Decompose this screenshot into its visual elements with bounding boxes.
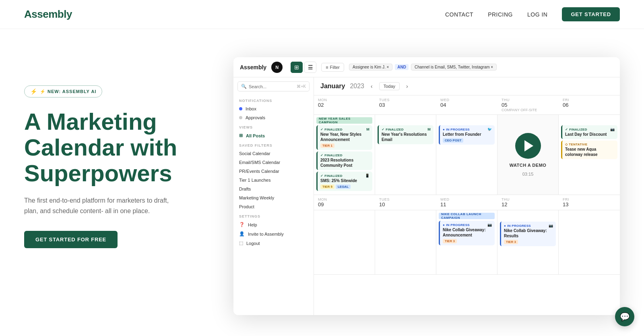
card-nye-email[interactable]: ✓FINALIZEDM New Year's Resolutions Email [378,125,433,144]
hero-cta-button[interactable]: GET STARTED FOR FREE [24,231,118,248]
card-tag-legal: LEGAL [336,185,351,189]
sidebar-item-pr-events[interactable]: PR/Events Calendar [233,167,314,176]
filter-icon: ≡ [326,65,328,70]
bolt-icon: ⚡ [30,88,37,95]
card-title-wed: Letter from Founder [443,132,492,137]
sidebar-item-logout[interactable]: ⬚ Logout [233,239,314,248]
day-name-fri: FRI [563,98,616,102]
settings-label: SETTINGS [233,211,314,220]
app-topbar: Assembly N ⊞ ☰ ≡ Filter Assignee is Kim … [233,57,620,77]
views-label: VIEWS [233,122,314,131]
calendar-view-icon[interactable]: ⊞ [291,62,303,73]
week2-header: MON 09 TUES 10 WED 11 THU [314,195,620,210]
get-started-button[interactable]: GET STARTED [562,7,620,21]
list-view-icon[interactable]: ☰ [304,62,316,73]
card-title: New Year, New Styles Announcement [320,132,369,142]
sidebar-item-drafts[interactable]: Drafts [233,185,314,193]
card-status-fin-tue: ✓FINALIZEDM [382,127,431,131]
sidebar-item-social[interactable]: Social Calendar [233,149,314,158]
card-status-ip-w2-thu: ●IN PROGRESS📷 [504,224,553,228]
notifications-label: NOTIFICATIONS [233,95,314,104]
invite-icon: 👤 [239,231,245,236]
sidebar-item-help[interactable]: ❓ Help [233,220,314,229]
day-num-11: 11 [440,201,493,207]
cell-tue-03: ✓FINALIZEDM New Year's Resolutions Email [375,115,436,195]
logout-icon: ⬚ [239,241,243,246]
approvals-dot [239,116,242,119]
watch-demo-overlay[interactable]: WATCH A DEMO 03:15 [500,117,556,192]
calendar-header: January 2023 ‹ Today › [314,77,620,95]
prev-month-button[interactable]: ‹ [369,82,374,90]
cell-fri-06: ✓FINALIZED📷 Last Day for Discount ◇TENTA… [559,115,620,195]
card-tag-tier3-thu: TIER 3 [504,240,518,244]
card-title-w2-thu: Nike Collab Giveaway: Results [504,228,553,239]
sidebar-item-inbox[interactable]: Inbox [233,104,314,113]
day-num-13: 13 [563,201,616,207]
nav-contact[interactable]: CONTACT [445,11,473,18]
card-tag-tier5: TIER 5 [320,185,334,189]
day-num-09: 09 [318,201,371,207]
day-num-05: 05 [502,102,555,108]
sidebar-item-invite[interactable]: 👤 Invite to Assembly [233,229,314,239]
cell-wed-11: NIKE COLLAB LAUNCH CAMPAIGN ●IN PROGRESS… [436,210,497,274]
logo[interactable]: Assembly [24,8,72,21]
day-num-02: 02 [318,102,371,108]
card-tease-aqua[interactable]: ◇TENTATIVE Tease new Aqua colorway relea… [561,141,617,159]
card-title3: SMS: 25% Sitewide [320,178,369,183]
card-tag-ceo: CEO POST [443,138,463,143]
play-triangle-icon [524,140,533,151]
card-status-tent-fri: ◇TENTATIVE [565,143,615,146]
day-num-03: 03 [379,102,432,108]
card-title-fri2: Tease new Aqua colorway release [565,147,615,157]
card-title-tue: New Year's Resolutions Email [382,132,431,142]
new-year-campaign-bar: NEW YEAR SALES CAMPAIGN [316,117,372,124]
next-month-button[interactable]: › [405,82,410,90]
all-posts-icon: ⊞ [239,133,243,138]
app-logo-label: Assembly [240,64,266,71]
saved-filters-label: SAVED FILTERS [233,140,314,149]
card-resolutions-post[interactable]: ✓FINALIZED 2023 Resolutions Community Po… [316,151,372,170]
cell-thu-05: WATCH A DEMO 03:15 [497,115,559,195]
card-title-w2-wed: Nike Collab Giveaway: Announcement [443,227,492,238]
filter-label: Filter [330,65,340,70]
sidebar-item-product[interactable]: Product [233,202,314,211]
card-new-year-styles[interactable]: ✓FINALIZED M New Year, New Styles Announ… [316,125,372,150]
card-letter-founder[interactable]: ●IN PROGRESS🐦 Letter from Founder CEO PO… [439,125,495,145]
day-num-10: 10 [379,201,432,207]
day-name-mon2: MON [318,197,371,201]
chat-bubble[interactable]: 💬 [615,307,634,326]
card-last-day[interactable]: ✓FINALIZED📷 Last Day for Discount [561,125,617,139]
sidebar-item-weekly[interactable]: Marketing Weekly [233,193,314,202]
cell-tue-10 [375,210,436,274]
card-nike-announcement[interactable]: ●IN PROGRESS📷 Nike Collab Giveaway: Anno… [439,221,495,245]
cell-fri-13 [559,210,620,274]
app-logo-circle: N [271,62,283,73]
card-status-finalized: ✓FINALIZED M [320,127,369,131]
chat-icon: 💬 [620,312,630,321]
sidebar-item-email-sms[interactable]: Email/SMS Calendar [233,158,314,167]
sidebar-search[interactable]: 🔍 Search... ⌘+K [237,81,310,91]
day-special-05: COMPANY OFF-SITE [502,108,555,112]
hero-title: A Marketing Calendar with Superpowers [24,109,217,186]
sidebar-item-approvals[interactable]: Approvals [233,113,314,122]
today-button[interactable]: Today [379,82,400,90]
calendar-year: 2023 [350,83,364,90]
day-num-04: 04 [440,102,493,108]
sidebar-item-tier1[interactable]: Tier 1 Launches [233,176,314,185]
nike-campaign-bar: NIKE COLLAB LAUNCH CAMPAIGN [439,213,495,219]
day-name-wed: WED [440,98,493,102]
week2-row: NIKE COLLAB LAUNCH CAMPAIGN ●IN PROGRESS… [314,210,620,275]
search-input[interactable]: Search... [249,84,295,89]
nav-pricing[interactable]: PRICING [488,11,513,18]
card-sms-sitewide[interactable]: ✓FINALIZED📱 SMS: 25% Sitewide TIER 5 LEG… [316,172,372,191]
play-button[interactable] [515,133,541,159]
nav-login[interactable]: LOG IN [527,11,547,18]
card-title2: 2023 Resolutions Community Post [320,158,369,168]
sidebar-item-all-posts[interactable]: ⊞ All Posts [233,131,314,140]
filter-button[interactable]: ≡ Filter [321,63,344,72]
day-name-thu: THU [502,98,555,102]
cell-mon-09 [314,210,375,274]
day-name-mon: MON [318,98,371,102]
card-nike-results[interactable]: ●IN PROGRESS📷 Nike Collab Giveaway: Resu… [500,222,556,246]
sidebar: 🔍 Search... ⌘+K NOTIFICATIONS Inbox Appr… [233,77,314,315]
